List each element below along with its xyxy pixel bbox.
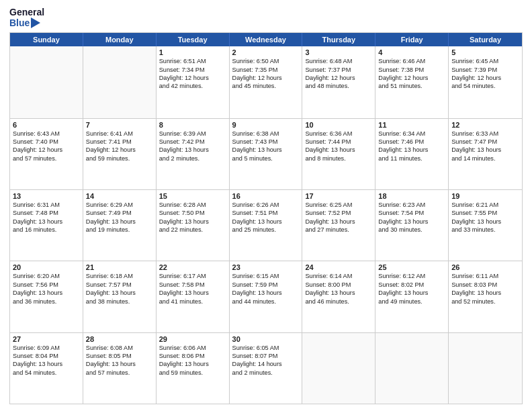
day-info: Sunrise: 6:28 AM Sunset: 7:50 PM Dayligh… (159, 201, 226, 234)
day-number: 24 (305, 263, 372, 271)
day-cell: 30Sunrise: 6:05 AM Sunset: 8:07 PM Dayli… (230, 333, 303, 404)
day-cell: 22Sunrise: 6:17 AM Sunset: 7:58 PM Dayli… (157, 261, 230, 332)
day-number: 19 (451, 192, 519, 200)
day-cell: 5Sunrise: 6:45 AM Sunset: 7:39 PM Daylig… (449, 46, 522, 118)
day-number: 10 (305, 121, 372, 129)
day-info: Sunrise: 6:51 AM Sunset: 7:34 PM Dayligh… (159, 57, 226, 91)
day-info: Sunrise: 6:31 AM Sunset: 7:48 PM Dayligh… (13, 201, 80, 234)
logo-general: General (9, 7, 44, 17)
day-cell: 6Sunrise: 6:43 AM Sunset: 7:40 PM Daylig… (10, 119, 83, 189)
day-header-saturday: Saturday (449, 33, 522, 46)
logo-blue: Blue (9, 17, 30, 28)
day-number: 22 (159, 263, 226, 271)
day-cell: 12Sunrise: 6:33 AM Sunset: 7:47 PM Dayli… (449, 119, 522, 189)
day-cell: 10Sunrise: 6:36 AM Sunset: 7:44 PM Dayli… (302, 119, 375, 189)
day-cell (302, 333, 375, 404)
day-cell: 3Sunrise: 6:48 AM Sunset: 7:37 PM Daylig… (302, 46, 375, 118)
day-number: 30 (232, 335, 300, 343)
day-number: 29 (159, 335, 226, 343)
day-number: 21 (86, 263, 153, 271)
day-cell: 14Sunrise: 6:29 AM Sunset: 7:49 PM Dayli… (83, 190, 157, 261)
day-number: 16 (232, 192, 300, 200)
day-cell: 16Sunrise: 6:26 AM Sunset: 7:51 PM Dayli… (230, 190, 303, 261)
day-info: Sunrise: 6:11 AM Sunset: 8:03 PM Dayligh… (451, 272, 519, 306)
calendar-body: 1Sunrise: 6:51 AM Sunset: 7:34 PM Daylig… (10, 46, 522, 404)
day-number: 9 (232, 121, 300, 129)
day-info: Sunrise: 6:50 AM Sunset: 7:35 PM Dayligh… (232, 57, 300, 91)
day-info: Sunrise: 6:45 AM Sunset: 7:39 PM Dayligh… (451, 57, 519, 91)
day-info: Sunrise: 6:21 AM Sunset: 7:55 PM Dayligh… (451, 201, 519, 234)
day-info: Sunrise: 6:08 AM Sunset: 8:05 PM Dayligh… (86, 344, 153, 377)
day-header-tuesday: Tuesday (157, 33, 230, 46)
logo: General Blue (9, 7, 44, 28)
day-cell (83, 46, 157, 118)
day-info: Sunrise: 6:46 AM Sunset: 7:38 PM Dayligh… (378, 57, 445, 91)
day-cell: 11Sunrise: 6:34 AM Sunset: 7:46 PM Dayli… (375, 119, 449, 189)
day-cell: 23Sunrise: 6:15 AM Sunset: 7:59 PM Dayli… (230, 261, 303, 332)
day-info: Sunrise: 6:41 AM Sunset: 7:41 PM Dayligh… (86, 130, 153, 163)
day-info: Sunrise: 6:29 AM Sunset: 7:49 PM Dayligh… (86, 201, 153, 234)
day-cell: 29Sunrise: 6:06 AM Sunset: 8:06 PM Dayli… (157, 333, 230, 404)
week-row-2: 6Sunrise: 6:43 AM Sunset: 7:40 PM Daylig… (10, 118, 522, 189)
day-number: 12 (451, 121, 519, 129)
day-number: 7 (86, 121, 153, 129)
day-cell: 26Sunrise: 6:11 AM Sunset: 8:03 PM Dayli… (449, 261, 522, 332)
day-number: 14 (86, 192, 153, 200)
day-number: 26 (451, 263, 519, 271)
day-cell: 2Sunrise: 6:50 AM Sunset: 7:35 PM Daylig… (230, 46, 303, 118)
day-info: Sunrise: 6:36 AM Sunset: 7:44 PM Dayligh… (305, 130, 372, 163)
day-cell: 20Sunrise: 6:20 AM Sunset: 7:56 PM Dayli… (10, 261, 83, 332)
day-cell: 8Sunrise: 6:39 AM Sunset: 7:42 PM Daylig… (157, 119, 230, 189)
day-header-thursday: Thursday (302, 33, 375, 46)
day-header-sunday: Sunday (10, 33, 83, 46)
day-number: 11 (378, 121, 445, 129)
day-info: Sunrise: 6:05 AM Sunset: 8:07 PM Dayligh… (232, 344, 300, 377)
day-cell: 17Sunrise: 6:25 AM Sunset: 7:52 PM Dayli… (302, 190, 375, 261)
week-row-1: 1Sunrise: 6:51 AM Sunset: 7:34 PM Daylig… (10, 46, 522, 118)
day-info: Sunrise: 6:23 AM Sunset: 7:54 PM Dayligh… (378, 201, 445, 234)
week-row-5: 27Sunrise: 6:09 AM Sunset: 8:04 PM Dayli… (10, 332, 522, 404)
day-info: Sunrise: 6:33 AM Sunset: 7:47 PM Dayligh… (451, 130, 519, 163)
day-info: Sunrise: 6:38 AM Sunset: 7:43 PM Dayligh… (232, 130, 300, 163)
logo-arrow-icon (31, 17, 43, 28)
day-info: Sunrise: 6:18 AM Sunset: 7:57 PM Dayligh… (86, 272, 153, 306)
day-number: 20 (13, 263, 80, 271)
day-number: 27 (13, 335, 80, 343)
day-number: 28 (86, 335, 153, 343)
page: General Blue SundayMondayTuesdayWednesda… (0, 0, 532, 411)
day-number: 17 (305, 192, 372, 200)
day-info: Sunrise: 6:25 AM Sunset: 7:52 PM Dayligh… (305, 201, 372, 234)
day-cell: 24Sunrise: 6:14 AM Sunset: 8:00 PM Dayli… (302, 261, 375, 332)
svg-marker-0 (31, 17, 40, 28)
day-number: 5 (451, 48, 519, 56)
day-number: 4 (378, 48, 445, 56)
day-number: 18 (378, 192, 445, 200)
day-cell: 19Sunrise: 6:21 AM Sunset: 7:55 PM Dayli… (449, 190, 522, 261)
day-cell (10, 46, 83, 118)
day-number: 25 (378, 263, 445, 271)
day-info: Sunrise: 6:39 AM Sunset: 7:42 PM Dayligh… (159, 130, 226, 163)
week-row-3: 13Sunrise: 6:31 AM Sunset: 7:48 PM Dayli… (10, 189, 522, 261)
day-cell: 27Sunrise: 6:09 AM Sunset: 8:04 PM Dayli… (10, 333, 83, 404)
day-header-wednesday: Wednesday (230, 33, 303, 46)
day-cell: 28Sunrise: 6:08 AM Sunset: 8:05 PM Dayli… (83, 333, 157, 404)
day-number: 8 (159, 121, 226, 129)
day-info: Sunrise: 6:34 AM Sunset: 7:46 PM Dayligh… (378, 130, 445, 163)
day-number: 6 (13, 121, 80, 129)
day-cell: 21Sunrise: 6:18 AM Sunset: 7:57 PM Dayli… (83, 261, 157, 332)
day-cell: 1Sunrise: 6:51 AM Sunset: 7:34 PM Daylig… (157, 46, 230, 118)
day-cell: 4Sunrise: 6:46 AM Sunset: 7:38 PM Daylig… (375, 46, 449, 118)
day-info: Sunrise: 6:43 AM Sunset: 7:40 PM Dayligh… (13, 130, 80, 163)
calendar: SundayMondayTuesdayWednesdayThursdayFrid… (9, 32, 523, 404)
day-info: Sunrise: 6:09 AM Sunset: 8:04 PM Dayligh… (13, 344, 80, 377)
day-cell: 7Sunrise: 6:41 AM Sunset: 7:41 PM Daylig… (83, 119, 157, 189)
day-cell: 25Sunrise: 6:12 AM Sunset: 8:02 PM Dayli… (375, 261, 449, 332)
week-row-4: 20Sunrise: 6:20 AM Sunset: 7:56 PM Dayli… (10, 261, 522, 332)
day-info: Sunrise: 6:15 AM Sunset: 7:59 PM Dayligh… (232, 272, 300, 306)
day-header-friday: Friday (375, 33, 449, 46)
day-number: 2 (232, 48, 300, 56)
header: General Blue (9, 7, 523, 28)
day-header-monday: Monday (83, 33, 157, 46)
day-cell (375, 333, 449, 404)
day-number: 13 (13, 192, 80, 200)
